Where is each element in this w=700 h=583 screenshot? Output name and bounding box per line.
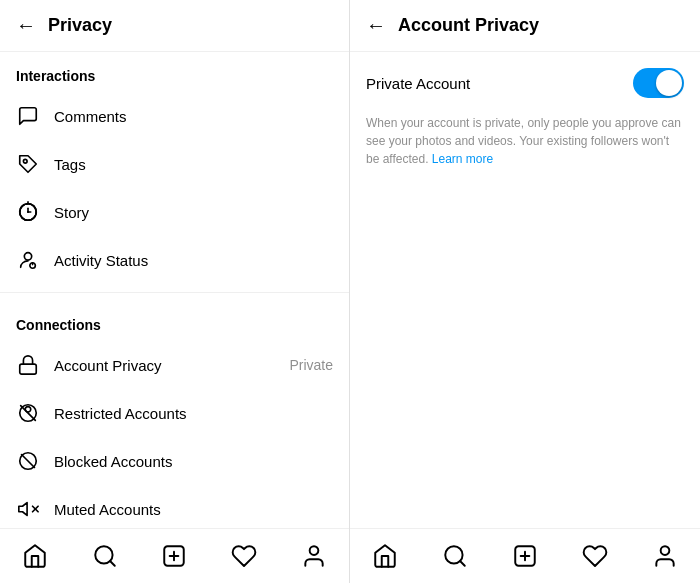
section-divider [0,292,349,293]
svg-point-0 [23,159,27,163]
svg-point-7 [24,253,31,260]
menu-item-activity-status[interactable]: Activity Status [0,236,349,284]
restricted-icon [16,401,40,425]
left-content: Interactions Comments Tags Story [0,52,349,528]
menu-item-story[interactable]: Story [0,188,349,236]
connections-section-label: Connections [0,301,349,341]
blocked-accounts-label: Blocked Accounts [54,453,172,470]
story-icon [16,200,40,224]
right-panel: ← Account Privacy Private Account When y… [350,0,700,583]
comment-icon [16,104,40,128]
right-panel-title: Account Privacy [398,15,539,36]
left-nav-profile[interactable] [300,542,328,570]
right-nav-profile[interactable] [651,542,679,570]
right-nav-heart[interactable] [581,542,609,570]
activity-status-label: Activity Status [54,252,148,269]
right-header: ← Account Privacy [350,0,700,52]
svg-point-4 [27,211,29,213]
left-nav-search[interactable] [91,542,119,570]
right-content: Private Account When your account is pri… [350,52,700,528]
svg-point-38 [661,546,670,555]
account-privacy-value: Private [289,357,333,373]
comments-label: Comments [54,108,127,125]
right-nav-add[interactable] [511,542,539,570]
left-bottom-nav [0,528,349,583]
right-bottom-nav [350,528,700,583]
menu-item-blocked-accounts[interactable]: Blocked Accounts [0,437,349,485]
left-nav-home[interactable] [21,542,49,570]
svg-rect-10 [20,364,37,374]
interactions-section-label: Interactions [0,52,349,92]
menu-item-muted-accounts[interactable]: Muted Accounts [0,485,349,528]
menu-item-account-privacy[interactable]: Account Privacy Private [0,341,349,389]
learn-more-link[interactable]: Learn more [432,152,493,166]
muted-icon [16,497,40,521]
left-back-button[interactable]: ← [16,14,36,37]
svg-point-32 [310,546,319,555]
restricted-accounts-label: Restricted Accounts [54,405,187,422]
left-header: ← Privacy [0,0,349,52]
svg-line-13 [21,406,36,421]
menu-item-restricted-accounts[interactable]: Restricted Accounts [0,389,349,437]
right-back-button[interactable]: ← [366,14,386,37]
activity-icon [16,248,40,272]
right-nav-search[interactable] [441,542,469,570]
private-account-label: Private Account [366,75,470,92]
left-nav-add[interactable] [160,542,188,570]
left-panel-title: Privacy [48,15,112,36]
blocked-icon [16,449,40,473]
right-nav-home[interactable] [371,542,399,570]
left-nav-heart[interactable] [230,542,258,570]
story-label: Story [54,204,89,221]
svg-line-34 [460,561,465,566]
account-privacy-label: Account Privacy [54,357,162,374]
svg-line-15 [22,455,35,468]
tag-icon [16,152,40,176]
lock-icon [16,353,40,377]
muted-accounts-label: Muted Accounts [54,501,161,518]
privacy-description: When your account is private, only peopl… [350,114,700,184]
private-account-row: Private Account [350,52,700,114]
svg-line-28 [110,561,115,566]
menu-item-comments[interactable]: Comments [0,92,349,140]
private-account-toggle[interactable] [633,68,684,98]
left-panel: ← Privacy Interactions Comments Tags Sto… [0,0,350,583]
menu-item-tags[interactable]: Tags [0,140,349,188]
tags-label: Tags [54,156,86,173]
